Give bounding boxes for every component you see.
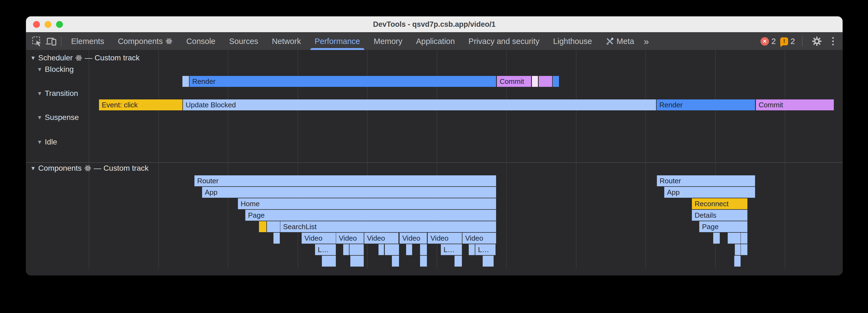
gridline [645, 50, 646, 269]
tools-icon [606, 37, 614, 45]
close-window-button[interactable] [33, 21, 40, 28]
flame-bar-details[interactable]: Details [692, 210, 747, 221]
react-atom-icon [84, 165, 91, 172]
gridline [784, 50, 785, 269]
tab-console[interactable]: Console [179, 33, 222, 50]
flame-bar[interactable] [392, 256, 399, 267]
tab-memory[interactable]: Memory [367, 33, 409, 50]
flame-bar[interactable] [734, 256, 741, 267]
flame-bar-video[interactable]: Video [428, 233, 462, 244]
flame-bar[interactable] [735, 244, 741, 255]
more-tabs-chevron-icon[interactable]: » [641, 36, 652, 47]
atom-slot-components [84, 165, 91, 172]
flame-bar-app[interactable]: App [664, 187, 755, 198]
flame-bar-render[interactable]: Render [189, 76, 496, 87]
tab-label: Application [416, 37, 455, 46]
flame-bar[interactable] [343, 244, 349, 255]
flame-bar[interactable] [420, 244, 427, 255]
flame-bar-video[interactable]: Video [336, 233, 364, 244]
flame-bar-commit[interactable]: Commit [756, 99, 834, 110]
collapse-triangle-icon: ▼ [30, 55, 36, 61]
flame-bar[interactable] [483, 256, 494, 267]
kebab-menu-icon[interactable] [828, 35, 838, 47]
flame-bar[interactable] [267, 221, 280, 232]
flame-bar[interactable] [259, 221, 266, 232]
flame-bar-reconnect[interactable]: Reconnect [692, 198, 747, 209]
flame-bar[interactable] [420, 256, 427, 267]
flame-bar-page[interactable]: Page [245, 210, 496, 221]
flame-bar-event-click[interactable]: Event: click [99, 99, 182, 110]
react-atom-icon [165, 38, 173, 45]
lane-suspense[interactable]: ▼Suspense [37, 113, 79, 122]
lane-blocking[interactable]: ▼Blocking [37, 65, 74, 74]
tab-elements[interactable]: Elements [64, 33, 111, 50]
collapse-triangle-icon: ▼ [37, 91, 42, 96]
issue-icon: ! [780, 37, 788, 45]
flame-bar-router[interactable]: Router [194, 175, 496, 186]
collapse-triangle-icon: ▼ [37, 139, 42, 145]
atom-slot-scheduler [75, 54, 82, 62]
inspect-element-icon[interactable] [30, 34, 44, 48]
flame-bar-page[interactable]: Page [699, 221, 747, 232]
track-divider[interactable] [26, 162, 843, 163]
flame-bar[interactable] [539, 76, 552, 87]
flame-bar[interactable] [553, 76, 559, 87]
toolbar-separator [61, 36, 62, 46]
flame-bar[interactable] [349, 244, 364, 255]
tab-performance[interactable]: Performance [308, 33, 367, 50]
flame-bar-searchlist[interactable]: SearchList [280, 221, 496, 232]
lane-transition[interactable]: ▼Transition [37, 89, 78, 98]
minimize-window-button[interactable] [44, 21, 52, 28]
flame-bar[interactable] [182, 76, 189, 87]
tab-application[interactable]: Application [409, 33, 462, 50]
flame-bar[interactable] [713, 233, 720, 244]
flame-bar[interactable] [532, 76, 538, 87]
flame-bar-l[interactable]: L… [475, 244, 496, 255]
controls-separator [802, 36, 803, 46]
flame-bar-commit[interactable]: Commit [497, 76, 531, 87]
flame-bar[interactable] [378, 244, 384, 255]
flame-bar[interactable] [350, 256, 364, 267]
console-errors-badge[interactable]: × 2 [761, 37, 776, 46]
flame-bar-router[interactable]: Router [657, 175, 755, 186]
flame-bar[interactable] [455, 256, 462, 267]
track-header-components[interactable]: ▼ Components — Custom track [30, 164, 149, 173]
flame-bar-video[interactable]: Video [364, 233, 398, 244]
tab-lighthouse[interactable]: Lighthouse [547, 33, 599, 50]
flame-bar-render[interactable]: Render [657, 99, 755, 110]
flame-bar[interactable] [741, 233, 747, 244]
flame-bar-video[interactable]: Video [462, 233, 496, 244]
flame-bar-home[interactable]: Home [238, 198, 496, 209]
issues-badge[interactable]: ! 2 [780, 37, 795, 46]
tab-label: Network [272, 37, 301, 46]
tab-sources[interactable]: Sources [222, 33, 265, 50]
flame-bar-update-blocked[interactable]: Update Blocked [183, 99, 656, 110]
flame-bar-l[interactable]: L… [441, 244, 462, 255]
collapse-triangle-icon: ▼ [30, 166, 36, 171]
flame-bar-video[interactable]: Video [302, 233, 336, 244]
track-title: Scheduler [38, 54, 73, 62]
track-header-scheduler[interactable]: ▼ Scheduler — Custom track [30, 54, 140, 62]
flame-bar[interactable] [322, 256, 336, 267]
tab-meta[interactable]: Meta [599, 33, 641, 50]
flame-bar[interactable] [469, 244, 475, 255]
flame-bar[interactable] [385, 244, 399, 255]
flame-bar[interactable] [741, 244, 747, 255]
settings-gear-icon[interactable] [810, 34, 824, 48]
flame-bar-video[interactable]: Video [400, 233, 427, 244]
toolbar-right-controls: × 2 ! 2 [761, 34, 838, 48]
zoom-window-button[interactable] [56, 21, 63, 28]
lane-idle[interactable]: ▼Idle [37, 138, 57, 146]
flame-bar-l[interactable]: L… [315, 244, 336, 255]
flame-bar[interactable] [274, 233, 280, 244]
device-toolbar-icon[interactable] [44, 34, 58, 48]
flame-bar-app[interactable]: App [202, 187, 496, 198]
tab-network[interactable]: Network [265, 33, 308, 50]
tab-label: Performance [314, 37, 360, 46]
track-title: Components [38, 164, 82, 173]
tab-privacy-and-security[interactable]: Privacy and security [462, 33, 547, 50]
tab-components[interactable]: Components [111, 33, 179, 50]
flame-bar[interactable] [406, 244, 412, 255]
flame-bar[interactable] [728, 233, 741, 244]
track-suffix: — Custom track [94, 164, 149, 173]
